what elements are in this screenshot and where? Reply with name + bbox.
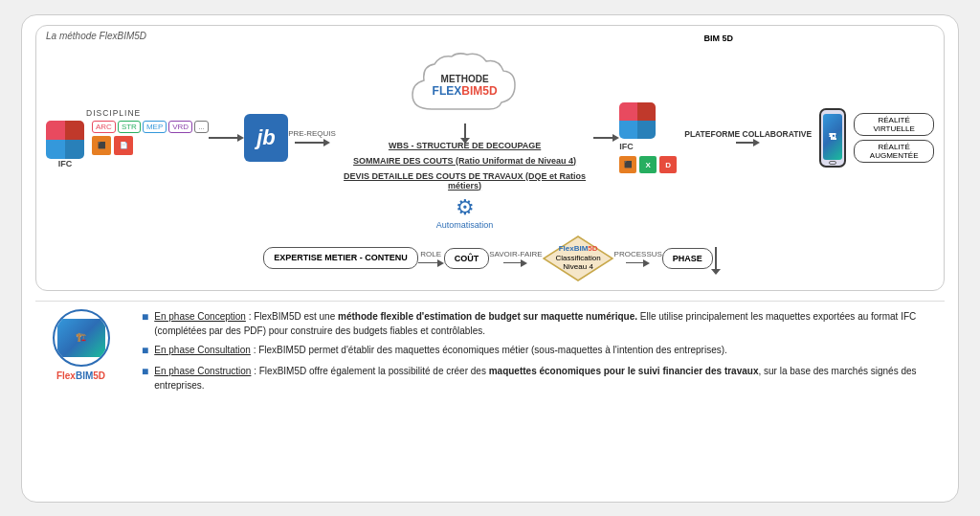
icon-red: 📄 <box>114 136 133 155</box>
discipline-row: DISCIPLINE <box>46 108 141 118</box>
cloud-container: METHODE FLEXBIM5D <box>398 47 532 123</box>
ifc-q2 <box>65 121 84 140</box>
right-arrow <box>593 134 619 142</box>
right-icon-d: D <box>659 156 677 173</box>
devis-label: DEVIS DETAILLE DES COUTS DE TRAVAUX (DQE… <box>336 171 593 191</box>
ifc-grid <box>46 121 84 159</box>
ifc-q4 <box>65 140 84 159</box>
diamond-class: Classification <box>556 254 601 262</box>
ifc-label: IFC <box>58 159 73 168</box>
logo-inner-text: 🏗️ <box>76 332 86 343</box>
diamond-flex: FlexBIM <box>559 244 589 253</box>
arrowhead-2 <box>323 139 330 146</box>
r-ifc-q3 <box>619 121 637 139</box>
cout-box: COÛT <box>444 248 490 269</box>
logo-inner: 🏗️ <box>57 319 105 357</box>
r-ifc-q4 <box>637 121 656 139</box>
phone-content: 🏗 <box>829 133 836 142</box>
desc1-bold: méthode flexible d'estimation de budget … <box>338 311 637 322</box>
bim5d-word: BIM5D <box>461 84 497 98</box>
desc-text-2: En phase Consultation : FlexBIM5D permet… <box>154 343 945 359</box>
top-diagram: La méthode FlexBIM5D BIM 5D DISCIPLINE <box>35 25 945 291</box>
savoir-label: SAVOIR-FAIRE <box>489 250 542 258</box>
prereqis-label: PRE-REQUIS <box>288 129 336 138</box>
savoir-line <box>503 262 521 264</box>
processus-arrowhead <box>643 259 650 267</box>
vr-badge-virtuelle: RÉALITÉ VIRTUELLE <box>854 113 934 136</box>
h-arrow-1 <box>209 134 244 142</box>
vr-badges: RÉALITÉ VIRTUELLE RÉALITÉ AUGMENTÉE <box>854 113 934 163</box>
desc2-link: En phase Consultation <box>154 345 251 355</box>
left-icons: IFC ARC STR MEP VRD ... ⬛ 📄 <box>46 121 209 168</box>
bullet-3: ■ <box>142 363 148 393</box>
right-icon-excel: X <box>639 156 657 173</box>
process-row: EXPERTISE METIER - CONTENU ROLE COÛT SAV… <box>46 235 934 282</box>
role-arrowhead <box>437 259 444 267</box>
platform-block: PLATEFORME COLLABORATIVE <box>684 129 812 146</box>
bullet-1: ■ <box>142 308 148 338</box>
logo-text: FlexBIM5D <box>56 370 105 381</box>
right-ifc-grid <box>619 102 656 139</box>
tag-vrd: VRD <box>168 121 192 133</box>
line-1 <box>209 137 237 139</box>
expertise-box: EXPERTISE METIER - CONTENU <box>263 247 418 270</box>
tag-arc: ARC <box>92 121 116 133</box>
right-icon-orange: ⬛ <box>619 156 636 173</box>
jb-box: jb <box>244 114 288 162</box>
ifc-q3 <box>46 140 65 159</box>
line-2 <box>295 142 323 144</box>
desc-content: ■ En phase Conception : FlexBIM5D est un… <box>142 309 945 397</box>
tags-row: ARC STR MEP VRD ... <box>92 121 209 133</box>
discipline-label: DISCIPLINE <box>86 108 141 118</box>
desc-text-3: En phase Construction : FlexBIM5D offre … <box>154 364 945 393</box>
role-arrow: ROLE <box>418 250 444 267</box>
vert-arrow <box>464 123 466 139</box>
role-line <box>418 262 437 264</box>
r-ifc-q1 <box>619 102 637 121</box>
diamond-5d: 5D <box>588 244 597 253</box>
ifc-q1 <box>46 121 65 140</box>
savoir-arrowhead <box>521 259 527 267</box>
savoir-h-arrow <box>503 259 527 267</box>
arrowhead-3 <box>612 134 619 142</box>
desc3-link: En phase Construction <box>154 366 251 376</box>
bullet-2: ■ <box>142 342 148 359</box>
processus-line <box>626 262 643 264</box>
vr-badge-augmentee: RÉALITÉ AUGMENTÉE <box>854 140 934 163</box>
phone-widget: 🏗 <box>819 108 846 168</box>
tag-group: ARC STR MEP VRD ... ⬛ 📄 <box>92 121 209 155</box>
down-arrowhead <box>711 269 721 275</box>
small-icons-row: ⬛ 📄 <box>92 136 209 155</box>
platform-arrowhead <box>753 139 760 146</box>
line-3 <box>593 137 612 139</box>
platform-label: PLATEFORME COLLABORATIVE <box>684 129 812 139</box>
desc3-bold: maquettes économiques pour le suivi fina… <box>489 366 759 376</box>
diamond-niveau: Niveau 4 <box>563 262 593 271</box>
ifc-widget: IFC <box>46 121 84 168</box>
upper-row: DISCIPLINE IFC ARC <box>46 47 934 230</box>
role-h-arrow <box>418 259 444 267</box>
methode-word: METHODE <box>441 74 489 84</box>
description-section: 🏗️ FlexBIM5D ■ En phase Conception : Fle… <box>35 301 945 397</box>
vert-arrowhead <box>460 138 470 144</box>
right-section: IFC ⬛ X D PLATEFORME COLLABORATIVE <box>619 102 934 173</box>
diamond-shape: FlexBIM5D Classification Niveau 4 <box>543 235 614 282</box>
sommaire-label: SOMMAIRE DES COUTS (Ratio Uniformat de N… <box>353 156 576 167</box>
right-icons-row: IFC ⬛ X D PLATEFORME COLLABORATIVE <box>619 102 934 173</box>
logo-circle: 🏗️ <box>53 309 110 367</box>
icon-orange: ⬛ <box>92 136 111 155</box>
phase-box: PHASE <box>662 248 713 269</box>
arrowhead-1 <box>237 134 244 142</box>
phone-home-button <box>829 161 836 165</box>
processus-h-arrow <box>626 259 650 267</box>
desc-item-3: ■ En phase Construction : FlexBIM5D offr… <box>142 364 945 393</box>
phone-screen: 🏗 <box>823 114 842 160</box>
desc1-link: En phase Conception <box>154 311 246 322</box>
cloud-text: METHODE FLEXBIM5D <box>433 73 498 98</box>
bim5d-top-label: BIM 5D <box>703 34 733 43</box>
flex-word: FLEX <box>433 84 462 98</box>
method-label: La méthode FlexBIM5D <box>46 31 146 41</box>
discipline-arrow <box>209 134 244 142</box>
prereqis-arrow: PRE-REQUIS <box>288 129 336 146</box>
processus-label: PROCESSUS <box>614 250 662 258</box>
